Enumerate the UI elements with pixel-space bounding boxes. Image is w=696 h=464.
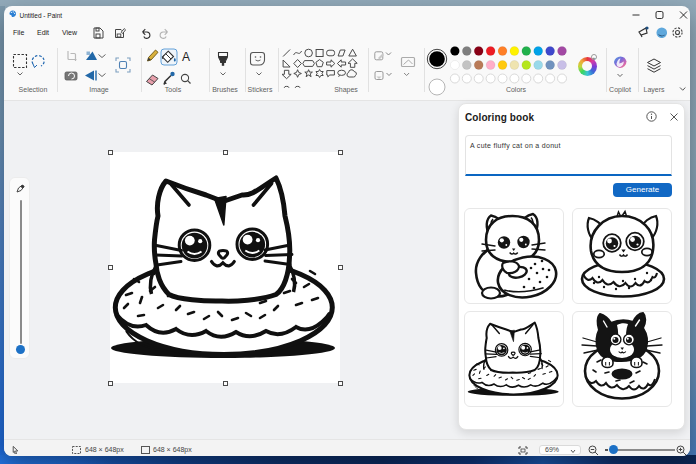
svg-text:A: A bbox=[182, 50, 190, 64]
